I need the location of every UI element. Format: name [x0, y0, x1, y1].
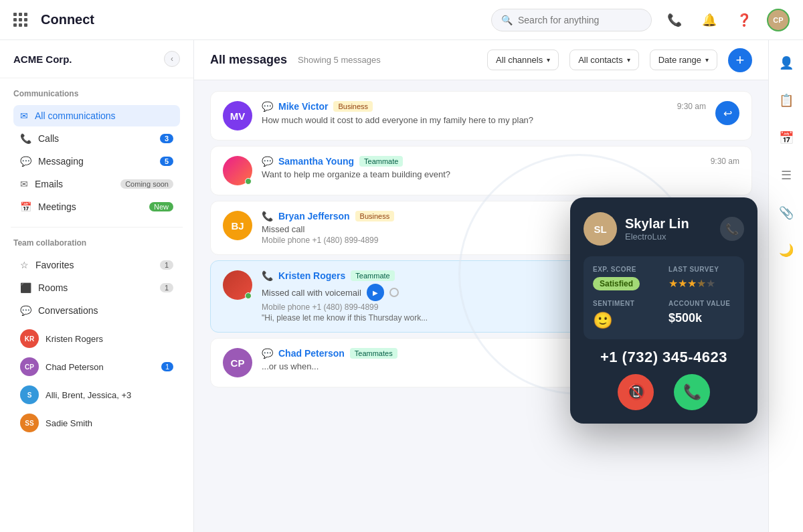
- sentiment-emoji: 🙂: [593, 311, 659, 330]
- message-preview: Missed call with voicemail: [262, 288, 361, 298]
- message-preview: Want to help me organize a team building…: [262, 169, 739, 179]
- add-message-button[interactable]: +: [728, 48, 752, 72]
- message-tag: Business: [333, 101, 373, 112]
- conversation-item-sadie[interactable]: SS Sadie Smith: [13, 410, 180, 436]
- call-card: SL Skylar Lin ElectroLux 📞 EXP. SCORE Sa…: [570, 197, 757, 424]
- all-contacts-filter[interactable]: All contacts▾: [569, 50, 638, 70]
- account-value-stat: ACCOUNT VALUE $500k: [668, 300, 735, 330]
- sidebar-item-calls[interactable]: 📞 Calls 3: [13, 128, 180, 149]
- conversation-item-kristen[interactable]: KR Kristen Rogers: [13, 325, 180, 352]
- sidebar-item-all-communications[interactable]: ✉ All communications: [13, 105, 180, 126]
- sentiment-label: SENTIMENT: [593, 300, 659, 307]
- call-icon: 📞: [262, 270, 273, 281]
- search-bar[interactable]: 🔍: [491, 9, 652, 31]
- conv-name: Sadie Smith: [46, 418, 173, 428]
- sidebar-item-rooms[interactable]: ⬛ Rooms 1: [13, 277, 180, 298]
- contact-icon-button[interactable]: 👤: [774, 51, 798, 75]
- sidebar-item-favorites[interactable]: ☆ Favorites 1: [13, 254, 180, 276]
- moon-icon-button[interactable]: 🌙: [774, 238, 798, 262]
- all-comms-icon: ✉: [20, 110, 28, 121]
- top-nav: Connect 🔍 📞 🔔 ❓ CP: [0, 0, 803, 40]
- messages-header: All messages Showing 5 messages All chan…: [194, 40, 768, 80]
- online-indicator: [245, 292, 252, 299]
- messaging-badge: 5: [160, 157, 173, 166]
- conversation-item-chad[interactable]: CP Chad Peterson 1: [13, 353, 180, 380]
- sidebar-collapse-button[interactable]: ‹: [164, 51, 180, 67]
- message-card-mike-victor[interactable]: MV 💬 Mike Victor Business 9:30 am How mu…: [210, 91, 752, 141]
- rooms-icon: ⬛: [20, 282, 31, 293]
- call-card-header: SL Skylar Lin ElectroLux 📞: [584, 212, 744, 246]
- call-card-phone-button[interactable]: 📞: [720, 217, 744, 241]
- avatar: SS: [20, 414, 39, 432]
- call-card-company: ElectroLux: [625, 232, 689, 242]
- sender-name: Kristen Rogers: [278, 270, 345, 281]
- calendar-icon-button[interactable]: 📅: [774, 126, 798, 150]
- calls-icon: 📞: [20, 133, 31, 144]
- sender-name: Mike Victor: [278, 101, 328, 112]
- paperclip-icon-button[interactable]: 📎: [774, 201, 798, 225]
- table-icon-button[interactable]: 📋: [774, 88, 798, 112]
- message-preview: How much would it cost to add everyone i…: [262, 114, 706, 126]
- sidebar-item-label: Calls: [38, 133, 153, 144]
- sender-name: Bryan Jefferson: [278, 211, 350, 221]
- message-tag: Teammate: [359, 156, 403, 167]
- play-voicemail-button[interactable]: ▶: [367, 284, 384, 301]
- search-input[interactable]: [518, 15, 642, 25]
- account-value-label: ACCOUNT VALUE: [668, 300, 735, 307]
- message-tag: Business: [355, 211, 395, 221]
- accept-call-button[interactable]: 📞: [674, 374, 710, 410]
- reply-button[interactable]: ↩: [715, 101, 739, 125]
- grid-menu-icon[interactable]: [13, 13, 27, 27]
- exp-score-label: EXP. SCORE: [593, 266, 659, 273]
- conv-name: Alli, Brent, Jessica, +3: [46, 390, 173, 400]
- search-icon: 🔍: [501, 15, 513, 25]
- phone-icon-button[interactable]: 📞: [662, 8, 687, 32]
- message-tag: Teammate: [351, 270, 394, 281]
- notification-bell-button[interactable]: 🔔: [697, 8, 721, 32]
- exp-score-value: Satisfied: [593, 277, 640, 290]
- sidebar-item-label: Rooms: [38, 282, 153, 293]
- messages-count: Showing 5 messages: [298, 55, 381, 65]
- call-card-avatar: SL: [584, 212, 617, 246]
- message-card-samantha-young[interactable]: 💬 Samantha Young Teammate 9:30 am Want t…: [210, 146, 752, 195]
- meetings-icon: 📅: [20, 201, 31, 212]
- date-range-filter[interactable]: Date range▾: [650, 50, 717, 70]
- emails-icon: ✉: [20, 179, 28, 189]
- message-time: 9:30 am: [711, 157, 739, 166]
- voicemail-dot: [389, 288, 399, 297]
- all-channels-filter[interactable]: All channels▾: [487, 50, 559, 70]
- decline-call-button[interactable]: 📵: [618, 374, 654, 410]
- call-stats-grid: EXP. SCORE Satisfied LAST SURVEY ★★★★★ S…: [584, 256, 744, 339]
- app-title: Connect: [41, 12, 480, 27]
- chevron-down-icon: ▾: [627, 56, 630, 64]
- sidebar-header: ACME Corp. ‹: [0, 40, 193, 78]
- call-icon: 📞: [262, 211, 273, 221]
- messages-title: All messages: [210, 53, 287, 67]
- avatar: MV: [223, 101, 252, 130]
- sender-name: Chad Peterson: [278, 348, 345, 359]
- messaging-icon: 💬: [20, 156, 31, 167]
- chevron-down-icon: ▾: [547, 56, 550, 64]
- avatar-wrapper: [223, 156, 252, 185]
- list-icon-button[interactable]: ☰: [774, 163, 798, 187]
- help-icon-button[interactable]: ❓: [732, 8, 756, 32]
- message-time: 9:30 am: [677, 102, 706, 111]
- sidebar-item-meetings[interactable]: 📅 Meetings New: [13, 196, 180, 217]
- user-avatar[interactable]: CP: [767, 9, 790, 31]
- meetings-badge: New: [149, 202, 173, 211]
- conversation-item-group[interactable]: S Alli, Brent, Jessica, +3: [13, 381, 180, 408]
- sidebar-item-conversations[interactable]: 💬 Conversations: [13, 300, 180, 321]
- avatar: S: [20, 385, 39, 404]
- company-name: ACME Corp.: [13, 54, 72, 65]
- right-sidebar: 👤 📋 📅 ☰ 📎 🌙: [768, 40, 803, 532]
- message-icon: 💬: [262, 101, 273, 112]
- sidebar-item-label: Conversations: [38, 305, 173, 316]
- avatar: CP: [20, 357, 39, 376]
- conv-name: Chad Peterson: [46, 362, 155, 372]
- calls-badge: 3: [160, 134, 173, 143]
- sentiment-stat: SENTIMENT 🙂: [593, 300, 659, 330]
- sidebar-item-emails[interactable]: ✉ Emails Coming soon: [13, 173, 180, 195]
- sidebar-item-messaging[interactable]: 💬 Messaging 5: [13, 151, 180, 172]
- avatar: KR: [20, 329, 39, 348]
- sidebar-item-label: Emails: [35, 179, 114, 189]
